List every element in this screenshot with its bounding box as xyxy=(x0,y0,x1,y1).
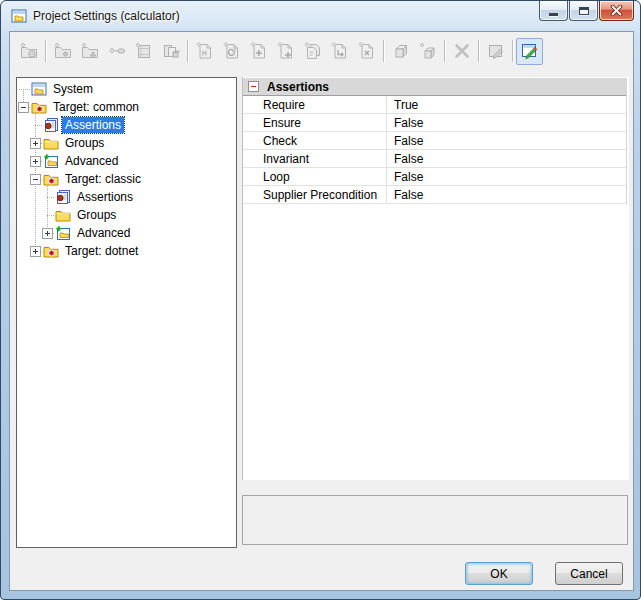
toolbar-divider xyxy=(383,40,384,62)
ok-button-label: OK xyxy=(490,567,507,581)
target-folder-icon xyxy=(43,171,59,187)
tree-item-label: Target: common xyxy=(50,99,142,115)
titlebar[interactable]: Project Settings (calculator) xyxy=(1,1,640,31)
document-add-icon[interactable] xyxy=(245,38,272,65)
property-value[interactable]: False xyxy=(387,114,626,131)
tree-item-system[interactable]: System xyxy=(17,80,236,98)
property-name: Ensure xyxy=(243,114,387,131)
property-row[interactable]: Check False xyxy=(243,132,626,150)
tree-item-groups-common[interactable]: Groups xyxy=(17,134,236,152)
property-name: Loop xyxy=(243,168,387,185)
property-grid: Assertions Require True Ensure False Che… xyxy=(243,78,627,204)
cluster-cube-icon[interactable] xyxy=(387,38,414,65)
tree-item-label: Assertions xyxy=(74,189,136,205)
tree-item-advanced-common[interactable]: Advanced xyxy=(17,152,236,170)
expand-expander[interactable] xyxy=(42,228,53,239)
tree-item-label: Target: dotnet xyxy=(62,243,141,259)
property-name: Invariant xyxy=(243,150,387,167)
property-value[interactable]: False xyxy=(387,168,626,185)
ok-button[interactable]: OK xyxy=(465,562,533,585)
tree-item-label: Advanced xyxy=(74,225,133,241)
folder-icon xyxy=(43,135,59,151)
toolbar-divider xyxy=(187,40,188,62)
tree-item-target-classic[interactable]: Target: classic xyxy=(17,170,236,188)
expand-expander[interactable] xyxy=(30,246,41,257)
tree-item-target-dotnet[interactable]: Target: dotnet xyxy=(17,242,236,260)
window-icon xyxy=(11,8,27,24)
tree-item-label: Groups xyxy=(62,135,107,151)
property-row[interactable]: Ensure False xyxy=(243,114,626,132)
tree-item-assertions-common[interactable]: Assertions xyxy=(17,116,236,134)
document-insert-icon[interactable] xyxy=(272,38,299,65)
property-value[interactable]: False xyxy=(387,132,626,149)
toolbar-divider xyxy=(444,40,445,62)
library-icon[interactable] xyxy=(130,38,157,65)
property-row[interactable]: Require True xyxy=(243,96,626,114)
apply-edit-gray-icon[interactable] xyxy=(482,38,509,65)
property-row[interactable]: Loop False xyxy=(243,168,626,186)
folder-media-icon[interactable] xyxy=(76,38,103,65)
expand-expander[interactable] xyxy=(30,138,41,149)
collapse-expander[interactable] xyxy=(30,174,41,185)
tree-item-target-common[interactable]: Target: common xyxy=(17,98,236,116)
settings-tree[interactable]: System Target: common Assertions Groups xyxy=(16,77,237,548)
libraries-cube-icon[interactable] xyxy=(157,38,184,65)
advanced-icon xyxy=(55,225,71,241)
folder-icon xyxy=(55,207,71,223)
toolbar-divider xyxy=(478,40,479,62)
advanced-icon xyxy=(43,153,59,169)
document-refresh-icon[interactable] xyxy=(218,38,245,65)
minimize-button[interactable] xyxy=(539,1,568,21)
property-row[interactable]: Invariant False xyxy=(243,150,626,168)
target-folder-icon xyxy=(31,99,47,115)
system-icon xyxy=(31,81,47,97)
toolbar-divider xyxy=(512,40,513,62)
cluster-cube-add-icon[interactable] xyxy=(414,38,441,65)
assertions-icon xyxy=(43,117,59,133)
property-panel: Assertions Require True Ensure False Che… xyxy=(242,77,629,480)
assertions-icon xyxy=(55,189,71,205)
tree-item-label: System xyxy=(50,81,96,97)
project-settings-window: Project Settings (calculator) xyxy=(0,0,641,600)
section-title: Assertions xyxy=(267,80,329,94)
property-value[interactable]: True xyxy=(387,96,626,113)
property-section-header[interactable]: Assertions xyxy=(243,78,626,96)
document-import-icon[interactable] xyxy=(326,38,353,65)
maximize-icon xyxy=(579,7,589,15)
cancel-button[interactable]: Cancel xyxy=(555,562,623,585)
tree-item-advanced-classic[interactable]: Advanced xyxy=(17,224,236,242)
documents-copy-icon[interactable] xyxy=(299,38,326,65)
toolbar-divider xyxy=(45,40,46,62)
tree-item-groups-classic[interactable]: Groups xyxy=(17,206,236,224)
window-title: Project Settings (calculator) xyxy=(33,9,180,23)
target-folder-icon xyxy=(43,243,59,259)
cancel-button-label: Cancel xyxy=(570,567,607,581)
folder-add-icon[interactable] xyxy=(49,38,76,65)
toolbar xyxy=(10,32,633,70)
property-name: Require xyxy=(243,96,387,113)
tree-item-label: Groups xyxy=(74,207,119,223)
document-h-icon[interactable] xyxy=(191,38,218,65)
expand-expander[interactable] xyxy=(30,156,41,167)
link-target-icon[interactable] xyxy=(103,38,130,65)
folder-disc-icon[interactable] xyxy=(15,38,42,65)
dialog-client-area: System Target: common Assertions Groups xyxy=(9,31,634,591)
tree-item-label: Advanced xyxy=(62,153,121,169)
section-collapse-expander[interactable] xyxy=(248,81,259,92)
maximize-button[interactable] xyxy=(569,1,598,21)
close-button[interactable] xyxy=(599,1,634,21)
close-icon xyxy=(610,5,623,16)
delete-x-icon[interactable] xyxy=(448,38,475,65)
tree-item-label: Target: classic xyxy=(62,171,144,187)
property-name: Supplier Precondition xyxy=(243,186,387,203)
property-value[interactable]: False xyxy=(387,186,626,203)
tree-item-label: Assertions xyxy=(62,117,124,133)
collapse-expander[interactable] xyxy=(18,102,29,113)
property-row[interactable]: Supplier Precondition False xyxy=(243,186,626,204)
minimize-icon xyxy=(549,13,558,16)
edit-settings-pencil-icon[interactable] xyxy=(516,38,543,65)
property-name: Check xyxy=(243,132,387,149)
document-remove-icon[interactable] xyxy=(353,38,380,65)
property-value[interactable]: False xyxy=(387,150,626,167)
tree-item-assertions-classic[interactable]: Assertions xyxy=(17,188,236,206)
